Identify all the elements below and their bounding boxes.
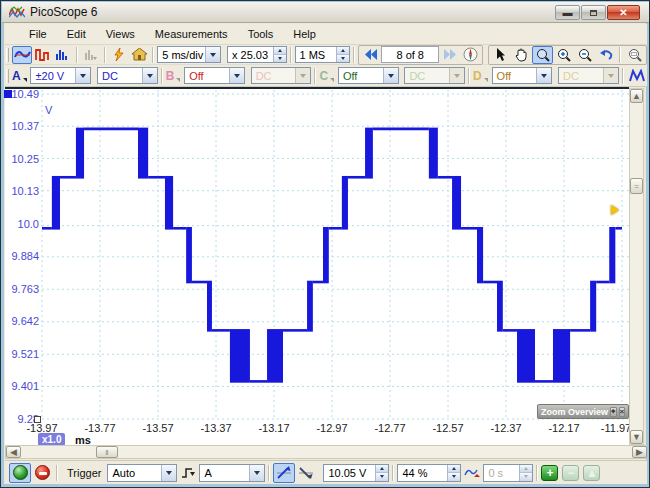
chevron-down-icon[interactable] bbox=[229, 68, 244, 83]
channel-a-range-combobox[interactable]: ±20 V bbox=[30, 67, 91, 84]
trigger-delay-button[interactable] bbox=[461, 463, 483, 483]
trigger-source-combobox[interactable]: A bbox=[199, 464, 265, 482]
chevron-down-icon[interactable] bbox=[205, 47, 220, 62]
trigger-source-value: A bbox=[200, 467, 249, 479]
scroll-up-icon[interactable]: ▲ bbox=[630, 89, 643, 103]
x-tick-label: -12.77 bbox=[368, 422, 412, 434]
channel-d-label[interactable]: D bbox=[473, 69, 488, 83]
close-icon[interactable]: × bbox=[619, 407, 626, 417]
chevron-down-icon[interactable] bbox=[536, 68, 551, 83]
sample-count-spinner[interactable]: 1 MS bbox=[295, 46, 351, 63]
y-tick-label: 9.521 bbox=[5, 348, 39, 360]
vertical-scrollbar-thumb[interactable]: = bbox=[630, 178, 643, 194]
previous-buffer-button[interactable] bbox=[360, 46, 381, 64]
title-bar[interactable]: PicoScope 6 ▬ ✕ bbox=[2, 2, 650, 23]
scroll-left-icon[interactable]: ◀ bbox=[6, 446, 21, 458]
channel-d-coupling-value: DC bbox=[559, 70, 603, 82]
hand-icon bbox=[515, 48, 528, 62]
channel-c-label[interactable]: C bbox=[319, 69, 334, 83]
zoom-in-tool-button[interactable] bbox=[553, 46, 574, 64]
spin-up-icon[interactable] bbox=[274, 47, 286, 55]
menu-views[interactable]: Views bbox=[96, 26, 145, 42]
falling-edge-icon bbox=[298, 466, 314, 479]
math-channels-button[interactable] bbox=[627, 67, 647, 85]
menu-edit[interactable]: Edit bbox=[57, 26, 96, 42]
vertical-scrollbar[interactable]: ▲ = ▼ bbox=[629, 88, 644, 445]
scroll-right-icon[interactable]: ▶ bbox=[632, 446, 647, 458]
menu-tools[interactable]: Tools bbox=[238, 26, 284, 42]
close-button[interactable]: ✕ bbox=[607, 5, 640, 20]
channel-c-state-combobox[interactable]: Off bbox=[338, 67, 399, 84]
scroll-down-icon[interactable]: ▼ bbox=[630, 430, 643, 444]
channel-b-label[interactable]: B bbox=[166, 69, 181, 83]
picoscope-window: PicoScope 6 ▬ ✕ File Edit Views Measurem… bbox=[0, 0, 650, 488]
persistence-view-button[interactable] bbox=[52, 46, 72, 64]
zoom-out-tool-button[interactable] bbox=[574, 46, 595, 64]
start-capture-button[interactable] bbox=[9, 463, 31, 483]
zoom-full-button[interactable] bbox=[624, 46, 645, 64]
falling-edge-button[interactable] bbox=[295, 463, 317, 483]
trigger-level-spinner[interactable]: 10.05 V bbox=[323, 464, 389, 482]
channel-b-state-combobox[interactable]: Off bbox=[184, 67, 245, 84]
scope-view-button[interactable] bbox=[12, 46, 32, 64]
chevron-down-icon[interactable] bbox=[161, 465, 176, 481]
home-settings-button[interactable] bbox=[129, 46, 149, 64]
delay-value: 0 s bbox=[484, 467, 519, 479]
horizontal-scrollbar-thumb[interactable]: ‖ bbox=[96, 446, 118, 458]
buffer-position-field[interactable]: 8 of 8 bbox=[381, 46, 439, 63]
spin-down-icon[interactable] bbox=[337, 55, 349, 62]
minimize-button[interactable]: ▬ bbox=[555, 5, 580, 20]
chevron-down-icon[interactable] bbox=[142, 68, 157, 83]
trigger-edge-settings-icon bbox=[181, 466, 196, 479]
channel-a-label[interactable]: A bbox=[12, 69, 27, 83]
stop-capture-button[interactable] bbox=[31, 463, 53, 483]
timebase-combobox[interactable]: 5 ms/div bbox=[157, 46, 221, 63]
pointer-tool-button[interactable] bbox=[490, 46, 511, 64]
trigger-mode-combobox[interactable]: Auto bbox=[107, 464, 177, 482]
trigger-level-arrow-icon[interactable] bbox=[611, 205, 619, 215]
rising-edge-button[interactable] bbox=[273, 463, 295, 483]
zoom-select-tool-button[interactable] bbox=[532, 46, 553, 64]
spin-up-icon[interactable] bbox=[376, 465, 388, 474]
add-measurement-button[interactable]: + bbox=[541, 465, 558, 481]
next-buffer-button[interactable] bbox=[439, 46, 460, 64]
spin-down-icon[interactable] bbox=[274, 55, 286, 62]
zoom-factor-value: x 25.03 bbox=[228, 49, 273, 61]
channel-d-state-value: Off bbox=[493, 70, 537, 82]
y-tick-label: 10.37 bbox=[5, 120, 39, 132]
channel-b-coupling-value: DC bbox=[252, 70, 296, 82]
add-view-button[interactable] bbox=[81, 46, 101, 64]
pretrigger-spinner[interactable]: 44 % bbox=[397, 464, 461, 482]
double-right-arrow-icon bbox=[443, 49, 457, 60]
pin-icon[interactable]: ⌖ bbox=[610, 407, 617, 417]
pointer-icon bbox=[496, 48, 506, 62]
home-icon bbox=[132, 48, 147, 61]
waveform-properties-button[interactable] bbox=[109, 46, 129, 64]
channel-a-coupling-combobox[interactable]: DC bbox=[97, 67, 158, 84]
menu-help[interactable]: Help bbox=[283, 26, 326, 42]
menu-measurements[interactable]: Measurements bbox=[145, 26, 238, 42]
advanced-trigger-button[interactable] bbox=[177, 463, 199, 483]
spin-down-icon[interactable] bbox=[448, 473, 460, 481]
zoom-overview-panel[interactable]: Zoom Overview ⌖ × bbox=[537, 404, 629, 419]
spectrum-view-button[interactable] bbox=[32, 46, 52, 64]
zoom-factor-spinner[interactable]: x 25.03 bbox=[227, 46, 287, 63]
chevron-down-icon[interactable] bbox=[249, 465, 264, 481]
hand-tool-button[interactable] bbox=[511, 46, 532, 64]
spin-up-icon[interactable] bbox=[448, 465, 460, 474]
x-tick-label: -13.77 bbox=[78, 422, 122, 434]
chevron-down-icon[interactable] bbox=[383, 68, 398, 83]
buffer-overview-button[interactable] bbox=[460, 46, 481, 64]
menu-file[interactable]: File bbox=[19, 26, 57, 42]
spin-down-icon[interactable] bbox=[376, 473, 388, 481]
maximize-button[interactable] bbox=[581, 5, 606, 20]
chevron-down-icon[interactable] bbox=[75, 68, 90, 83]
undo-zoom-button[interactable] bbox=[595, 46, 616, 64]
spin-up-icon[interactable] bbox=[337, 47, 349, 55]
channel-d-state-combobox[interactable]: Off bbox=[492, 67, 553, 84]
waveform-svg[interactable] bbox=[38, 88, 630, 425]
scope-view[interactable]: 10.49 10.37 10.25 10.13 10.0 9.884 9.763… bbox=[5, 87, 629, 445]
horizontal-scrollbar[interactable]: ◀ ‖ ▶ bbox=[5, 445, 647, 459]
trigger-level-value: 10.05 V bbox=[324, 467, 375, 479]
zoom-in-icon bbox=[557, 48, 571, 62]
